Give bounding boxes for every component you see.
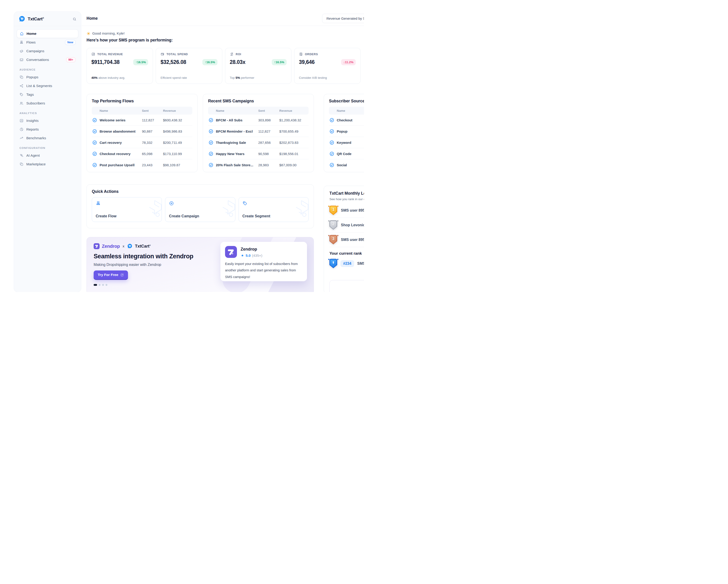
- quick-actions-title: Quick Actions: [92, 189, 309, 194]
- roi-icon: [230, 52, 234, 56]
- check-circle-icon: [92, 162, 97, 168]
- carousel-dot-3[interactable]: [102, 284, 104, 286]
- tags-icon: [20, 93, 24, 97]
- external-link-icon: [121, 273, 124, 277]
- sidebar-item-insights[interactable]: Insights: [17, 116, 78, 125]
- sidebar-item-tags[interactable]: Tags: [17, 90, 78, 99]
- sidebar-item-label: Popups: [26, 75, 38, 79]
- plus-circle-icon: [169, 201, 231, 206]
- ai-agent-icon: [20, 153, 24, 157]
- rank-badge-bronze: 3: [330, 235, 337, 244]
- campaigns-icon: [20, 49, 24, 53]
- leaderboard-subtitle: See how you rank in our community: [330, 197, 364, 201]
- sidebar-badge: New: [65, 40, 76, 45]
- zendrop-logo-icon: [94, 243, 100, 249]
- header-divider: [82, 26, 364, 26]
- revenue-generated-button[interactable]: Revenue Generated by SMS: [322, 14, 364, 23]
- table-row[interactable]: Cart recovery78,332$200,711.49: [92, 137, 192, 148]
- sidebar: TxtCart® HomeFlowsNewCampaignsConversati…: [14, 11, 81, 292]
- quick-action-create-campaign[interactable]: Create Campaign: [165, 197, 235, 222]
- check-circle-icon: [330, 140, 334, 145]
- txtcart-logo-icon: [19, 16, 25, 22]
- carousel-dot-1[interactable]: [94, 284, 97, 286]
- sidebar-item-marketplace[interactable]: Marketplace: [17, 160, 78, 169]
- benchmarks-icon: [20, 136, 24, 140]
- sidebar-item-reports[interactable]: Reports: [17, 125, 78, 134]
- revenue-icon: [92, 52, 95, 56]
- table-row[interactable]: Welcome series112,827$600,438.32: [92, 115, 192, 126]
- row-sent: 65,098: [142, 152, 163, 156]
- quick-action-label: Create Segment: [242, 214, 305, 218]
- table-row[interactable]: Popup: [329, 126, 364, 137]
- sidebar-item-benchmarks[interactable]: Benchmarks: [17, 134, 78, 143]
- sidebar-item-label: Home: [27, 32, 36, 36]
- sidebar-item-home[interactable]: Home: [17, 29, 78, 38]
- table-row[interactable]: Browse abandonment90,887$498,986.83: [92, 126, 192, 137]
- row-revenue: $200,711.49: [163, 141, 192, 145]
- reports-icon: [20, 127, 24, 131]
- quick-action-create-segment[interactable]: Create Segment: [238, 197, 309, 222]
- zendrop-app-icon: [225, 246, 237, 258]
- table-row[interactable]: BFCM - All Subs303,898$1,200,438.32: [208, 115, 309, 126]
- table-row[interactable]: QR Code: [329, 148, 364, 159]
- column-header-sent: Sent: [258, 109, 279, 112]
- sidebar-item-subscribers[interactable]: Subscribers: [17, 99, 78, 108]
- sidebar-item-label: List & Segments: [26, 84, 52, 88]
- row-revenue: $1,200,438.32: [279, 118, 309, 122]
- table-row[interactable]: Social: [329, 159, 364, 170]
- sidebar-item-ai-agent[interactable]: AI Agent: [17, 151, 78, 160]
- row-name: Checkout recovery: [100, 152, 142, 156]
- row-sent: 90,598: [258, 152, 279, 156]
- table-row[interactable]: Checkout recovery65,098$173,110.99: [92, 148, 192, 159]
- try-for-free-button[interactable]: Try For Free: [94, 271, 128, 279]
- subscriber-sources-card: Subscriber Sources NameCheckoutPopupKeyw…: [324, 94, 364, 172]
- orders-icon: [299, 52, 303, 56]
- row-name: Social: [337, 163, 364, 167]
- row-sent: 90,887: [142, 129, 163, 133]
- zendrop-description: Easily import your existing list of subs…: [225, 261, 303, 280]
- top-performing-flows-card: Top Performing Flows NameSentRevenueWelc…: [86, 94, 198, 172]
- row-name: 20% Flash Sale Store...: [216, 163, 258, 167]
- leaderboard-row: 2Shop Levonic: [330, 218, 364, 232]
- stat-card-value-row: 39,646↓11.2%: [299, 59, 356, 65]
- current-rank-row: #234 SMS user 89: [330, 259, 364, 268]
- table-row[interactable]: 20% Flash Sale Store...28,983$87,009.00: [208, 159, 309, 170]
- table-row[interactable]: Keyword: [329, 137, 364, 148]
- flows-table: NameSentRevenueWelcome series112,827$600…: [92, 107, 192, 170]
- table-row[interactable]: Thanksgiving Sale287,656$202,873.83: [208, 137, 309, 148]
- table-row[interactable]: BFCM Reminder - Excl112,827$700,655.49: [208, 126, 309, 137]
- row-revenue: $198,556.01: [279, 152, 309, 156]
- zendrop-app-card: Zendrop 5.0 (435+) Easily import your ex…: [220, 242, 307, 281]
- table-row[interactable]: Checkout: [329, 115, 364, 126]
- table-row[interactable]: Post purchase Upsell23,443$98,109.87: [92, 159, 192, 170]
- quick-action-label: Create Flow: [96, 214, 158, 218]
- sidebar-item-conversations[interactable]: Conversations99+: [17, 55, 78, 64]
- table-row[interactable]: Happy New Years90,598$198,556.01: [208, 148, 309, 159]
- stat-card-orders: ORDERS39,646↓11.2%Consider A/B testing: [294, 48, 361, 84]
- stat-card-roi: ROI28.03x↑16.5%Top 5% performer: [225, 48, 291, 84]
- segments-icon: [20, 84, 24, 88]
- row-name: Post purchase Upsell: [100, 163, 142, 167]
- search-icon[interactable]: [73, 17, 76, 21]
- sidebar-item-campaigns[interactable]: Campaigns: [17, 47, 78, 55]
- zendrop-banner: Zendrop x TxtCart® Seamless integration …: [86, 237, 314, 292]
- check-circle-icon: [209, 140, 213, 145]
- quick-action-create-flow[interactable]: Create Flow: [92, 197, 162, 222]
- sidebar-item-flows[interactable]: FlowsNew: [17, 38, 78, 47]
- carousel-dot-2[interactable]: [99, 284, 101, 286]
- sidebar-item-list-segments[interactable]: List & Segments: [17, 81, 78, 90]
- recent-sms-campaigns-card: Recent SMS Campaigns NameSentRevenueBFCM…: [203, 94, 314, 172]
- table-header-row: NameSentRevenue: [208, 107, 309, 115]
- sidebar-section-title: ANALYTICS: [20, 112, 76, 115]
- stat-value: 28.03x: [230, 59, 245, 65]
- spend-icon: [160, 52, 164, 56]
- stat-value: $911,704.38: [92, 59, 120, 65]
- row-name: Welcome series: [100, 118, 142, 122]
- check-circle-icon: [209, 151, 213, 156]
- sidebar-badge: 99+: [66, 57, 76, 62]
- current-rank-name: SMS user 89: [357, 261, 364, 266]
- sidebar-item-popups[interactable]: Popups: [17, 73, 78, 81]
- carousel-dot-4[interactable]: [106, 284, 107, 286]
- row-name: Browse abandonment: [100, 129, 142, 133]
- marketplace-icon: [20, 162, 24, 166]
